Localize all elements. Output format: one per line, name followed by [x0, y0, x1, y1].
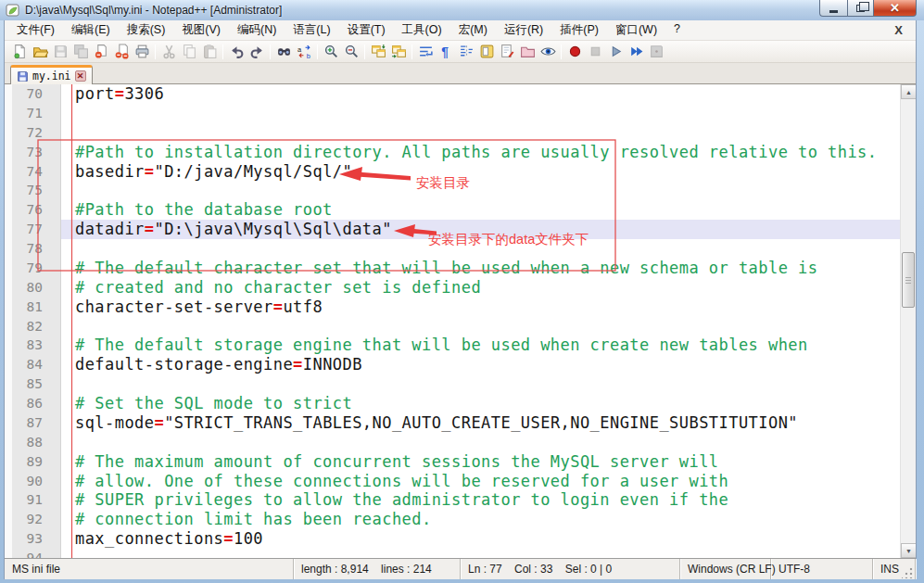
resize-grip[interactable] — [902, 566, 914, 578]
line-number: 73 — [5, 143, 61, 162]
code-line-94[interactable]: 94 — [5, 549, 900, 558]
save-file-icon[interactable] — [51, 43, 70, 61]
print-icon[interactable] — [133, 43, 151, 61]
restore-button[interactable] — [847, 0, 874, 17]
title-bar[interactable]: D:\java\Mysql\Sql\my.ini - Notepad++ [Ad… — [0, 0, 924, 20]
stop-record-icon[interactable] — [586, 43, 604, 61]
vertical-scrollbar[interactable]: ▲ ▼ — [900, 84, 916, 558]
line-number: 80 — [5, 278, 61, 298]
code-line-84[interactable]: 84default-storage-engine=INNODB — [5, 355, 900, 374]
line-text: # SUPER privileges to allow the administ… — [61, 490, 900, 510]
folder-workspace-icon[interactable] — [518, 43, 537, 61]
close-file-icon[interactable] — [92, 43, 110, 61]
menu-item-5[interactable]: 编码(N) — [229, 19, 285, 41]
menu-item-12[interactable]: 窗口(W) — [607, 19, 665, 41]
menu-item-13[interactable]: ? — [665, 19, 689, 41]
code-line-77[interactable]: 77datadir="D:\java\Mysql\Sql\data" — [5, 220, 900, 239]
code-line-70[interactable]: 70port=3306 — [5, 84, 900, 104]
code-line-79[interactable]: 79# The default character set that will … — [5, 259, 900, 278]
toolbar-separator — [364, 44, 365, 59]
redo-icon[interactable] — [247, 43, 266, 61]
save-all-icon[interactable] — [71, 43, 90, 61]
close-all-icon[interactable] — [112, 43, 131, 61]
menu-item-4[interactable]: 视图(V) — [173, 19, 229, 41]
code-area[interactable]: 70port=3306717273#Path to installation d… — [5, 84, 900, 558]
record-macro-icon[interactable] — [565, 43, 584, 61]
status-encoding[interactable]: UTF-8 — [771, 559, 873, 579]
undo-icon[interactable] — [227, 43, 246, 61]
code-line-71[interactable]: 71 — [5, 104, 900, 123]
toolbar-separator — [317, 44, 318, 59]
word-wrap-icon[interactable] — [416, 43, 435, 61]
line-text: default-storage-engine=INNODB — [61, 355, 900, 374]
code-line-91[interactable]: 91# SUPER privileges to allow the admini… — [5, 490, 900, 510]
code-line-83[interactable]: 83# The default storage engine that will… — [5, 336, 900, 355]
code-line-76[interactable]: 76#Path to the database root — [5, 200, 900, 220]
code-line-78[interactable]: 78 — [5, 239, 900, 259]
zoom-out-icon[interactable] — [342, 43, 361, 61]
function-list-icon[interactable] — [498, 43, 516, 61]
line-number: 74 — [5, 162, 61, 182]
code-line-93[interactable]: 93max_connections=100 — [5, 529, 900, 549]
show-symbols-icon[interactable]: ¶ — [437, 43, 455, 61]
code-line-75[interactable]: 75 — [5, 181, 900, 200]
monitoring-icon[interactable] — [538, 43, 557, 61]
doc-map-icon[interactable] — [477, 43, 496, 61]
line-text — [61, 549, 900, 558]
code-line-86[interactable]: 86# Set the SQL mode to strict — [5, 394, 900, 413]
status-eol[interactable]: Windows (CR LF) — [680, 559, 771, 579]
paste-icon[interactable] — [200, 43, 219, 61]
line-number: 93 — [5, 529, 61, 549]
line-number: 82 — [5, 317, 61, 336]
menu-close-button[interactable]: X — [891, 23, 906, 37]
zoom-in-icon[interactable] — [322, 43, 340, 61]
save-macro-icon[interactable] — [647, 43, 665, 61]
menu-item-11[interactable]: 插件(P) — [551, 19, 607, 41]
menu-item-3[interactable]: 搜索(S) — [119, 19, 174, 41]
run-macro-multi-icon[interactable] — [627, 43, 645, 61]
status-insert-mode[interactable]: INS — [873, 559, 916, 579]
menu-item-7[interactable]: 设置(T) — [339, 19, 394, 41]
line-text — [61, 181, 900, 200]
new-file-icon[interactable] — [10, 43, 29, 61]
code-line-89[interactable]: 89# The maximum amount of concurrent ses… — [5, 452, 900, 472]
code-line-72[interactable]: 72 — [5, 123, 900, 143]
close-button[interactable]: ✕ — [874, 0, 917, 17]
code-line-80[interactable]: 80# created and no character set is defi… — [5, 278, 900, 298]
menu-item-8[interactable]: 工具(O) — [394, 19, 450, 41]
code-line-92[interactable]: 92# connection limit has been reached. — [5, 510, 900, 529]
code-line-73[interactable]: 73#Path to installation directory. All p… — [5, 143, 900, 162]
code-line-85[interactable]: 85 — [5, 374, 900, 394]
menu-item-6[interactable]: 语言(L) — [285, 19, 338, 41]
play-macro-icon[interactable] — [606, 43, 625, 61]
menu-item-2[interactable]: 编辑(E) — [63, 19, 119, 41]
menu-bar: 文件(F)编辑(E)搜索(S)视图(V)编码(N)语言(L)设置(T)工具(O)… — [5, 20, 916, 41]
line-number: 81 — [5, 298, 61, 317]
find-icon[interactable] — [274, 43, 293, 61]
code-line-88[interactable]: 88 — [5, 433, 900, 452]
scroll-up-icon[interactable]: ▲ — [901, 84, 916, 99]
code-line-82[interactable]: 82 — [5, 317, 900, 336]
line-number: 86 — [5, 394, 61, 413]
sync-vertical-icon[interactable] — [369, 43, 387, 61]
code-line-81[interactable]: 81character-set-server=utf8 — [5, 298, 900, 317]
menu-item-10[interactable]: 运行(R) — [496, 19, 551, 41]
tab-close-icon[interactable]: ✕ — [75, 70, 86, 82]
code-line-90[interactable]: 90# allow. One of these connections will… — [5, 472, 900, 491]
code-line-87[interactable]: 87sql-mode="STRICT_TRANS_TABLES,NO_AUTO_… — [5, 413, 900, 433]
tab-my-ini[interactable]: my.ini ✕ — [10, 65, 93, 84]
menu-item-1[interactable]: 文件(F) — [8, 19, 63, 41]
sync-horizontal-icon[interactable] — [389, 43, 408, 61]
menu-item-9[interactable]: 宏(M) — [450, 19, 496, 41]
line-text: max_connections=100 — [61, 529, 900, 549]
scrollbar-thumb[interactable] — [902, 252, 915, 308]
cut-icon[interactable] — [159, 43, 178, 61]
replace-icon[interactable]: ab — [295, 43, 313, 61]
scroll-down-icon[interactable]: ▼ — [901, 543, 916, 558]
copy-icon[interactable] — [180, 43, 198, 61]
code-line-74[interactable]: 74basedir="D:/java/Mysql/Sql/" — [5, 162, 900, 182]
open-file-icon[interactable] — [31, 43, 49, 61]
indent-guide-icon[interactable] — [457, 43, 475, 61]
minimize-button[interactable] — [819, 0, 847, 17]
editor: 70port=3306717273#Path to installation d… — [5, 84, 916, 558]
